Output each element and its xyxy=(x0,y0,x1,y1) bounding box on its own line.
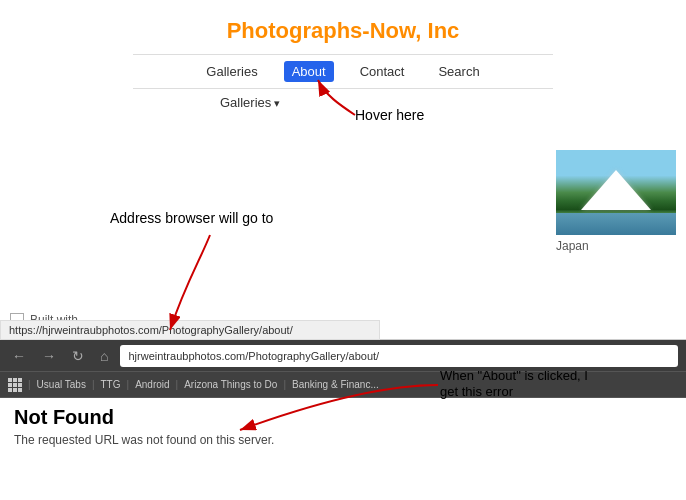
url-status-bar: https://hjrweintraubphotos.com/Photograp… xyxy=(0,320,380,340)
japan-photo xyxy=(556,150,676,235)
bookmark-arizona[interactable]: Arizona Things to Do xyxy=(184,379,277,390)
apps-icon[interactable] xyxy=(8,378,22,392)
error-content: Not Found The requested URL was not foun… xyxy=(0,398,686,500)
address-bar-text: hjrweintraubphotos.com/PhotographyGaller… xyxy=(128,350,379,362)
error-description: The requested URL was not found on this … xyxy=(14,433,672,447)
url-status-text: https://hjrweintraubphotos.com/Photograp… xyxy=(9,324,293,336)
japan-image-container: Japan xyxy=(556,150,676,253)
site-title: Photographs-Now, Inc xyxy=(0,0,686,54)
nav-about[interactable]: About xyxy=(284,61,334,82)
bookmark-banking[interactable]: Banking & Financ... xyxy=(292,379,379,390)
home-button[interactable]: ⌂ xyxy=(96,346,112,366)
japan-label: Japan xyxy=(556,239,676,253)
reload-button[interactable]: ↻ xyxy=(68,346,88,366)
galleries-dropdown[interactable]: Galleries xyxy=(220,95,280,110)
browser-error-section: ← → ↻ ⌂ hjrweintraubphotos.com/Photograp… xyxy=(0,340,686,500)
bookmark-ttg[interactable]: TTG xyxy=(101,379,121,390)
forward-button[interactable]: → xyxy=(38,346,60,366)
nav-galleries[interactable]: Galleries xyxy=(198,61,265,82)
browser-toolbar: ← → ↻ ⌂ hjrweintraubphotos.com/Photograp… xyxy=(0,340,686,372)
nav-contact[interactable]: Contact xyxy=(352,61,413,82)
address-annotation-text: Address browser will go to xyxy=(110,210,273,226)
bookmark-separator-5: | xyxy=(283,379,286,390)
nav-search[interactable]: Search xyxy=(430,61,487,82)
bookmark-separator-4: | xyxy=(176,379,179,390)
website-mockup: Photographs-Now, Inc Galleries About Con… xyxy=(0,0,686,340)
bookmark-usual-tabs[interactable]: Usual Tabs xyxy=(37,379,86,390)
galleries-dropdown-row: Galleries xyxy=(0,89,686,110)
bookmark-separator-3: | xyxy=(127,379,130,390)
navigation-bar: Galleries About Contact Search xyxy=(133,54,553,89)
bookmark-android[interactable]: Android xyxy=(135,379,169,390)
bookmarks-bar: | Usual Tabs | TTG | Android | Arizona T… xyxy=(0,372,686,398)
address-bar[interactable]: hjrweintraubphotos.com/PhotographyGaller… xyxy=(120,345,678,367)
back-button[interactable]: ← xyxy=(8,346,30,366)
error-title: Not Found xyxy=(14,406,672,429)
bookmark-separator-2: | xyxy=(92,379,95,390)
bookmark-separator: | xyxy=(28,379,31,390)
